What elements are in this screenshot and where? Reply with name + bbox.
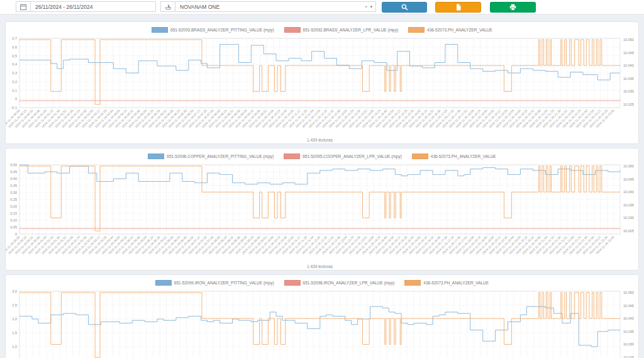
legend-swatch bbox=[152, 27, 168, 33]
legend-swatch bbox=[284, 27, 301, 33]
y-axis-left-tick-label: 0,3 bbox=[12, 71, 17, 75]
y-axis-left-tick-label: 0,5 bbox=[12, 54, 17, 58]
legend-label: 651-52099.IRON_ANALYZER_PITTING_VALUE (m… bbox=[174, 281, 274, 285]
y-axis-left-tick-label: 0,7 bbox=[12, 36, 17, 40]
chart-card-brass: 651-52093.BRASS_ANALYZER_PITTING_VALUE (… bbox=[5, 21, 639, 144]
legend-swatch bbox=[155, 280, 172, 286]
y-axis-right-tick-label: 10,030 bbox=[623, 216, 634, 220]
chart-plot-area[interactable]: 3,02,52,01,51,00,510,05010,04510,04010,0… bbox=[6, 288, 638, 358]
y-axis-left-tick-label: 0,45 bbox=[10, 170, 17, 174]
legend-label: 651-52096.COPPER_ANALYZER_PITTING_VALUE … bbox=[167, 154, 274, 159]
series-line bbox=[19, 166, 620, 231]
legend-item[interactable]: 651-52095.COOPER_ANALYZER_LPR_VALUE (mpy… bbox=[284, 154, 402, 159]
legend-label: 436-52073.PH_ANALYZER_VALUE bbox=[427, 28, 492, 32]
legend-swatch bbox=[408, 27, 425, 33]
chart-plot-area[interactable]: 0,70,60,50,40,30,20,10-0,110,05010,04510… bbox=[6, 35, 638, 144]
y-axis-right-tick-label: 10,050 bbox=[623, 291, 634, 294]
y-axis-right-tick-label: 10,045 bbox=[623, 304, 634, 308]
y-axis-left-tick-label: 0,4 bbox=[12, 62, 17, 66]
y-axis-right-tick-label: 10,040 bbox=[623, 316, 634, 320]
y-axis-right-tick-label: 10,045 bbox=[623, 51, 634, 55]
y-axis-left-tick-label: 2,0 bbox=[12, 317, 17, 321]
legend-item[interactable]: 651-52098.IRON_ANALYZER_LPR_VALUE (mpy) bbox=[284, 280, 395, 286]
legend-label: 651-52098.IRON_ANALYZER_LPR_VALUE (mpy) bbox=[303, 281, 395, 285]
y-axis-left-tick-label: 0,15 bbox=[10, 211, 17, 215]
print-button[interactable] bbox=[490, 2, 536, 13]
y-axis-right-tick-label: 10,030 bbox=[623, 89, 634, 93]
calendar-icon bbox=[16, 1, 30, 12]
x-axis-title: 1.439 lecturas bbox=[307, 264, 333, 269]
y-axis-right-tick-label: 10,030 bbox=[623, 342, 634, 346]
legend-item[interactable]: 436-52073.PH_ANALYZER_VALUE bbox=[412, 154, 496, 159]
chart-legend: 651-52099.IRON_ANALYZER_PITTING_VALUE (m… bbox=[6, 278, 638, 288]
y-axis-right-tick-label: 10,040 bbox=[623, 64, 634, 67]
legend-item[interactable]: 651-52099.IRON_ANALYZER_PITTING_VALUE (m… bbox=[155, 280, 274, 286]
series-line bbox=[19, 165, 620, 184]
legend-item[interactable]: 436-52073.PH_ANALYZER_VALUE bbox=[404, 280, 489, 286]
date-range-group: 26/11/2024 - 26/11/2024 bbox=[16, 1, 156, 12]
y-axis-right-tick-label: 10,035 bbox=[623, 330, 634, 333]
chart-plot-area[interactable]: 0,500,450,400,350,300,250,200,150,100,05… bbox=[6, 161, 638, 271]
legend-item[interactable]: 651-52093.BRASS_ANALYZER_PITTING_VALUE (… bbox=[152, 27, 274, 33]
y-axis-left-tick-label: 0,35 bbox=[10, 184, 17, 187]
x-axis-title: 1.439 lecturas bbox=[307, 138, 333, 142]
chart-legend: 651-52093.BRASS_ANALYZER_PITTING_VALUE (… bbox=[6, 25, 638, 35]
legend-item[interactable]: 436-52073.PH_ANALYZER_VALUE bbox=[408, 27, 492, 33]
y-axis-left-tick-label: -0,1 bbox=[11, 106, 17, 109]
series-line bbox=[19, 306, 620, 347]
legend-swatch bbox=[404, 280, 421, 286]
legend-swatch bbox=[284, 280, 301, 286]
series-line bbox=[19, 40, 620, 104]
y-axis-right-tick-label: 10,035 bbox=[623, 77, 634, 81]
y-axis-left-tick-label: 1,5 bbox=[12, 331, 17, 335]
y-axis-left-tick-label: 0,1 bbox=[12, 89, 17, 92]
legend-label: 651-52092.BRASS_ANALYZER_LPR_VALUE (mpy) bbox=[303, 28, 399, 32]
date-range-input[interactable]: 26/11/2024 - 26/11/2024 bbox=[30, 1, 156, 12]
legend-swatch bbox=[284, 154, 300, 159]
vessel-select[interactable]: NOVANAM ONE × ▾ bbox=[175, 1, 376, 12]
y-axis-left-tick-label: 0,20 bbox=[10, 204, 17, 208]
y-axis-right-tick-label: 10,050 bbox=[623, 38, 634, 42]
legend-item[interactable]: 651-52092.BRASS_ANALYZER_LPR_VALUE (mpy) bbox=[284, 27, 399, 33]
file-icon bbox=[455, 2, 462, 13]
chart-card-copper: 651-52096.COPPER_ANALYZER_PITTING_VALUE … bbox=[5, 148, 639, 271]
y-axis-left-tick-label: 0,25 bbox=[10, 198, 17, 201]
series-line bbox=[19, 45, 620, 80]
printer-icon bbox=[509, 2, 516, 13]
y-axis-left-tick-label: 0,05 bbox=[10, 225, 17, 229]
y-axis-left-tick-label: 0,40 bbox=[10, 177, 17, 181]
y-axis-right-tick-label: 10,025 bbox=[623, 355, 634, 358]
chart-legend: 651-52096.COPPER_ANALYZER_PITTING_VALUE … bbox=[6, 152, 638, 161]
clear-selection-icon[interactable]: × bbox=[365, 4, 368, 9]
chevron-down-icon[interactable]: ▾ bbox=[370, 4, 372, 9]
legend-label: 436-52073.PH_ANALYZER_VALUE bbox=[431, 154, 496, 159]
y-axis-right-tick-label: 10,025 bbox=[623, 103, 634, 106]
y-axis-left-tick-label: 0 bbox=[15, 97, 17, 101]
legend-label: 651-52095.COOPER_ANALYZER_LPR_VALUE (mpy… bbox=[303, 154, 402, 159]
y-axis-right-tick-label: 10,050 bbox=[623, 164, 634, 168]
toolbar: 26/11/2024 - 26/11/2024 NOVANAM ONE × ▾ bbox=[0, 0, 644, 14]
y-axis-left-tick-label: 0,6 bbox=[12, 45, 17, 49]
search-icon bbox=[401, 2, 408, 13]
legend-label: 436-52073.PH_ANALYZER_VALUE bbox=[423, 281, 489, 285]
legend-swatch bbox=[412, 154, 428, 159]
export-button[interactable] bbox=[435, 2, 481, 13]
vessel-select-value: NOVANAM ONE bbox=[180, 4, 219, 10]
vessel-icon bbox=[160, 1, 175, 12]
y-axis-left-tick-label: 0,50 bbox=[10, 163, 17, 167]
y-axis-right-tick-label: 10,025 bbox=[623, 229, 634, 233]
search-button[interactable] bbox=[382, 2, 427, 13]
y-axis-left-tick-label: 1,0 bbox=[12, 345, 17, 349]
chart-card-iron: 651-52099.IRON_ANALYZER_PITTING_VALUE (m… bbox=[5, 274, 639, 358]
legend-item[interactable]: 651-52096.COPPER_ANALYZER_PITTING_VALUE … bbox=[148, 154, 274, 159]
y-axis-right-tick-label: 10,035 bbox=[623, 203, 634, 207]
y-axis-left-tick-label: 2,5 bbox=[12, 303, 17, 307]
y-axis-left-tick-label: 0,10 bbox=[10, 218, 17, 222]
legend-swatch bbox=[148, 154, 164, 159]
legend-label: 651-52093.BRASS_ANALYZER_PITTING_VALUE (… bbox=[170, 28, 274, 32]
y-axis-right-tick-label: 10,040 bbox=[623, 190, 634, 194]
vessel-select-group: NOVANAM ONE × ▾ bbox=[160, 1, 376, 12]
y-axis-right-tick-label: 10,045 bbox=[623, 177, 634, 181]
y-axis-left-tick-label: 0,2 bbox=[12, 80, 17, 84]
y-axis-left-tick-label: 0,30 bbox=[10, 191, 17, 194]
